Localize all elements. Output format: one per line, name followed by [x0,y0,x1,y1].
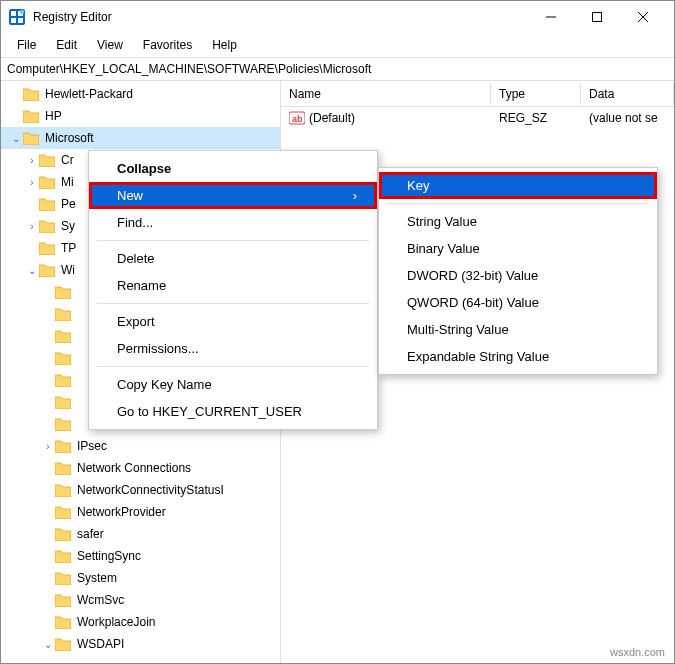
regedit-icon [9,9,25,25]
folder-icon [55,527,71,541]
value-data: (value not se [581,109,674,127]
svg-rect-3 [11,18,16,23]
folder-icon [55,351,71,365]
titlebar: Registry Editor [1,1,674,33]
folder-icon [23,87,39,101]
ctx-new-binary[interactable]: Binary Value [379,235,657,262]
tree-item[interactable]: SettingSync [1,545,280,567]
chevron-right-icon[interactable]: › [41,441,55,452]
tree-item[interactable]: WorkplaceJoin [1,611,280,633]
folder-icon [55,395,71,409]
tree-item[interactable]: WcmSvc [1,589,280,611]
tree-item[interactable]: safer [1,523,280,545]
folder-icon [55,285,71,299]
tree-item[interactable]: Network Connections [1,457,280,479]
ctx-export[interactable]: Export [89,308,377,335]
tree-item-selected[interactable]: ⌄Microsoft [1,127,280,149]
svg-rect-4 [18,18,23,23]
ctx-copy-key-name[interactable]: Copy Key Name [89,371,377,398]
separator [97,366,369,367]
chevron-right-icon: › [353,188,357,203]
value-type: REG_SZ [491,109,581,127]
separator [97,240,369,241]
folder-icon [55,615,71,629]
watermark: wsxdn.com [610,646,665,658]
tree-item[interactable]: HP [1,105,280,127]
chevron-right-icon[interactable]: › [25,221,39,232]
svg-rect-7 [593,13,602,22]
folder-icon [55,461,71,475]
ctx-new-qword[interactable]: QWORD (64-bit) Value [379,289,657,316]
menu-help[interactable]: Help [202,36,247,54]
ctx-collapse[interactable]: Collapse [89,155,377,182]
folder-icon [55,307,71,321]
folder-icon [55,373,71,387]
ctx-new-key[interactable]: Key [379,172,657,199]
address-text: Computer\HKEY_LOCAL_MACHINE\SOFTWARE\Pol… [7,62,371,76]
separator [97,303,369,304]
folder-icon [55,439,71,453]
folder-icon [55,571,71,585]
folder-icon [23,131,39,145]
window-title: Registry Editor [33,10,528,24]
ctx-goto[interactable]: Go to HKEY_CURRENT_USER [89,398,377,425]
ctx-find[interactable]: Find... [89,209,377,236]
chevron-right-icon[interactable]: › [25,155,39,166]
folder-icon [55,593,71,607]
chevron-down-icon[interactable]: ⌄ [9,133,23,144]
ctx-delete[interactable]: Delete [89,245,377,272]
folder-icon [55,505,71,519]
ctx-new-string[interactable]: String Value [379,208,657,235]
menu-view[interactable]: View [87,36,133,54]
menubar: File Edit View Favorites Help [1,33,674,57]
folder-icon [55,329,71,343]
tree-item[interactable]: ›IPsec [1,435,280,457]
menu-edit[interactable]: Edit [46,36,87,54]
value-row[interactable]: ab (Default) REG_SZ (value not se [281,107,674,129]
folder-icon [39,197,55,211]
col-data[interactable]: Data [581,83,674,105]
folder-icon [39,153,55,167]
tree-item[interactable]: NetworkConnectivityStatusI [1,479,280,501]
close-button[interactable] [620,1,666,33]
context-menu: Collapse New › Find... Delete Rename Exp… [88,150,378,430]
folder-icon [55,483,71,497]
separator [387,203,649,204]
minimize-button[interactable] [528,1,574,33]
folder-icon [39,219,55,233]
menu-favorites[interactable]: Favorites [133,36,202,54]
ctx-new-expandstring[interactable]: Expandable String Value [379,343,657,370]
ctx-new-multistring[interactable]: Multi-String Value [379,316,657,343]
window-controls [528,1,666,33]
tree-item[interactable]: System [1,567,280,589]
ctx-new-dword[interactable]: DWORD (32-bit) Value [379,262,657,289]
tree-item[interactable]: Hewlett-Packard [1,83,280,105]
ctx-new[interactable]: New › [89,182,377,209]
svg-rect-1 [11,11,16,16]
svg-text:ab: ab [292,114,303,124]
folder-icon [23,109,39,123]
maximize-button[interactable] [574,1,620,33]
folder-icon [55,417,71,431]
folder-icon [39,263,55,277]
value-name: (Default) [309,111,355,125]
chevron-down-icon[interactable]: ⌄ [25,265,39,276]
svg-point-5 [20,10,24,14]
folder-icon [55,637,71,651]
tree-item[interactable]: ⌄WSDAPI [1,633,280,655]
ctx-rename[interactable]: Rename [89,272,377,299]
folder-icon [39,175,55,189]
ctx-permissions[interactable]: Permissions... [89,335,377,362]
string-value-icon: ab [289,110,305,126]
folder-icon [39,241,55,255]
context-submenu-new: Key String Value Binary Value DWORD (32-… [378,167,658,375]
col-name[interactable]: Name [281,83,491,105]
col-type[interactable]: Type [491,83,581,105]
chevron-down-icon[interactable]: ⌄ [41,639,55,650]
menu-file[interactable]: File [7,36,46,54]
address-bar[interactable]: Computer\HKEY_LOCAL_MACHINE\SOFTWARE\Pol… [1,57,674,81]
tree-item[interactable]: NetworkProvider [1,501,280,523]
folder-icon [55,549,71,563]
values-header: Name Type Data [281,81,674,107]
chevron-right-icon[interactable]: › [25,177,39,188]
